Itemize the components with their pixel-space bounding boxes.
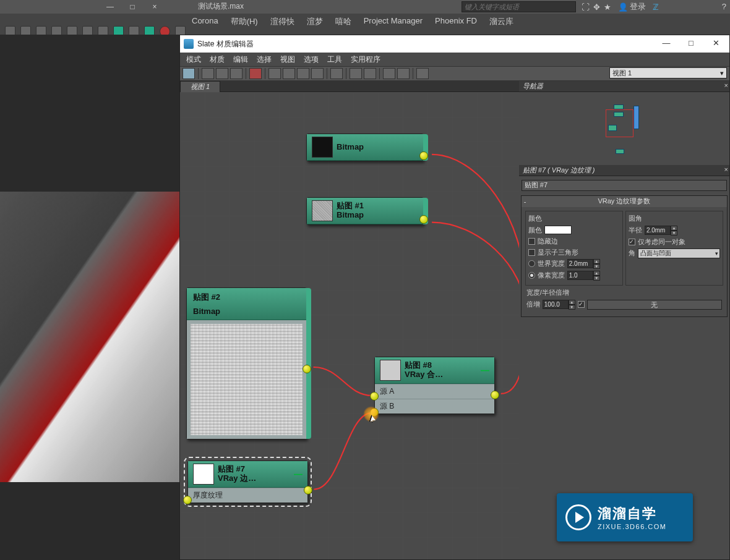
map-slot-button[interactable]: 无 (587, 300, 722, 310)
menu-item[interactable]: Phoenix FD (435, 16, 477, 27)
node-slot[interactable]: 源 A (375, 384, 494, 399)
spinner[interactable]: ▲▼ (567, 259, 600, 269)
delete-icon[interactable] (249, 68, 262, 79)
node-type: Bitmap (193, 307, 220, 316)
menu-item[interactable]: 渲梦 (307, 16, 323, 27)
menu-item[interactable]: 选择 (257, 54, 272, 65)
input-port[interactable] (370, 408, 379, 417)
menu-item[interactable]: 选项 (304, 54, 319, 65)
close-button[interactable]: ✕ (703, 35, 728, 50)
view-dropdown[interactable]: 视图 1 (609, 67, 727, 78)
slate-titlebar[interactable]: Slate 材质编辑器 — □ ✕ (180, 35, 729, 53)
tool-icon[interactable] (364, 68, 376, 79)
maximize-icon[interactable]: □ (121, 0, 144, 14)
node-vray-composite[interactable]: 贴图 #8VRay 合… — 源 A 源 B (374, 357, 495, 414)
menu-item[interactable]: 嘻哈 (335, 16, 351, 27)
help-icon[interactable]: ? (722, 2, 726, 11)
node-canvas[interactable]: Bitmap 贴图 #1Bitmap 贴图 #2 (180, 92, 519, 559)
tool-icon[interactable] (230, 68, 243, 79)
pointer-icon[interactable] (182, 68, 195, 79)
node-vray-edge-tex[interactable]: 贴图 #7VRay 边… — 厚度纹理 (187, 460, 308, 503)
field-label: 隐藏边 (538, 237, 558, 246)
tool-icon[interactable] (350, 68, 362, 79)
spinner[interactable]: ▲▼ (645, 226, 677, 235)
output-port[interactable] (304, 486, 312, 494)
menu-item[interactable]: 视图 (280, 54, 295, 65)
node-type: Bitmap (337, 143, 364, 152)
node-grip[interactable] (306, 288, 311, 439)
node-bitmap[interactable]: 贴图 #1Bitmap (306, 197, 424, 225)
toolbar-icon[interactable]: ✥ (593, 2, 600, 12)
tool-icon[interactable] (416, 68, 429, 79)
tool-icon[interactable] (397, 68, 410, 79)
tool-icon[interactable] (283, 68, 295, 79)
collapse-icon[interactable]: — (294, 469, 303, 479)
render-preview (0, 192, 179, 482)
node-type: VRay 边… (218, 474, 256, 483)
toolbar-icon[interactable]: ★ (604, 2, 611, 12)
canvas-tab[interactable]: 视图 1 (180, 81, 220, 92)
field-label: 仅考虑同一对象 (638, 237, 685, 247)
close-icon[interactable]: × (724, 166, 728, 173)
viewport[interactable] (0, 35, 179, 560)
spinner[interactable]: ▲▼ (567, 271, 600, 281)
menu-item[interactable]: 模式 (186, 54, 201, 65)
node-type: Bitmap (337, 211, 364, 220)
navigator-title: 导航器× (519, 81, 729, 92)
spinner[interactable]: ▲▼ (543, 300, 575, 310)
input-port[interactable] (370, 392, 379, 401)
node-bitmap-large[interactable]: 贴图 #2 Bitmap (186, 287, 307, 439)
close-icon[interactable]: × (144, 0, 166, 14)
node-slot[interactable]: 源 B (375, 399, 494, 414)
radio[interactable] (528, 260, 535, 267)
output-port[interactable] (303, 365, 311, 373)
output-port[interactable] (491, 391, 499, 399)
group-label: 圆角 (629, 214, 720, 223)
toolbar-icon[interactable]: ⛶ (582, 2, 590, 12)
corner-dropdown[interactable]: 凸面与凹面 (638, 248, 720, 258)
rollout-header[interactable]: -VRay 边纹理参数 (522, 196, 727, 207)
tool-icon[interactable] (330, 68, 343, 79)
menu-item[interactable]: 工具 (327, 54, 342, 65)
menu-item[interactable]: Project Manager (364, 16, 423, 27)
slate-app-icon (184, 39, 194, 49)
menu-item[interactable]: 帮助(H) (231, 16, 258, 27)
menu-item[interactable]: Corona (192, 16, 218, 27)
search-input[interactable] (462, 1, 576, 12)
maximize-button[interactable]: □ (679, 35, 703, 50)
menu-item[interactable]: 实用程序 (351, 54, 380, 65)
node-slot[interactable]: 厚度纹理 (188, 488, 307, 503)
navigator-panel[interactable] (519, 92, 729, 165)
tool-icon[interactable] (383, 68, 395, 79)
node-title: 贴图 #7 (218, 465, 256, 474)
ext-icon[interactable]: ℤ (653, 2, 659, 12)
checkbox[interactable] (578, 301, 585, 308)
input-port[interactable] (183, 496, 192, 504)
menu-item[interactable]: 渲得快 (270, 16, 294, 27)
tool-icon[interactable] (297, 68, 309, 79)
menu-item[interactable]: 编辑 (233, 54, 248, 65)
canvas-tab-strip[interactable] (220, 81, 519, 92)
checkbox[interactable] (528, 238, 535, 245)
main-menu: Corona 帮助(H) 渲得快 渲梦 嘻哈 Project Manager P… (192, 16, 513, 27)
tool-icon[interactable] (311, 68, 324, 79)
user-icon: 👤 (618, 2, 628, 12)
close-icon[interactable]: × (724, 82, 728, 89)
tool-icon[interactable] (216, 68, 228, 79)
map-name-input[interactable] (522, 180, 727, 191)
checkbox[interactable] (528, 249, 535, 256)
output-port[interactable] (419, 215, 428, 224)
menu-item[interactable]: 溜云库 (489, 16, 513, 27)
login-button[interactable]: 👤 登录 (615, 1, 649, 12)
output-port[interactable] (419, 151, 428, 160)
minimize-icon[interactable]: — (99, 0, 121, 14)
color-swatch[interactable] (544, 226, 572, 234)
node-bitmap[interactable]: Bitmap (306, 134, 424, 161)
tool-icon[interactable] (202, 68, 214, 79)
tool-icon[interactable] (268, 68, 281, 79)
minimize-button[interactable]: — (654, 35, 679, 50)
collapse-icon[interactable]: — (481, 365, 489, 375)
radio[interactable] (528, 272, 535, 279)
menu-item[interactable]: 材质 (210, 54, 225, 65)
checkbox[interactable] (629, 239, 635, 245)
